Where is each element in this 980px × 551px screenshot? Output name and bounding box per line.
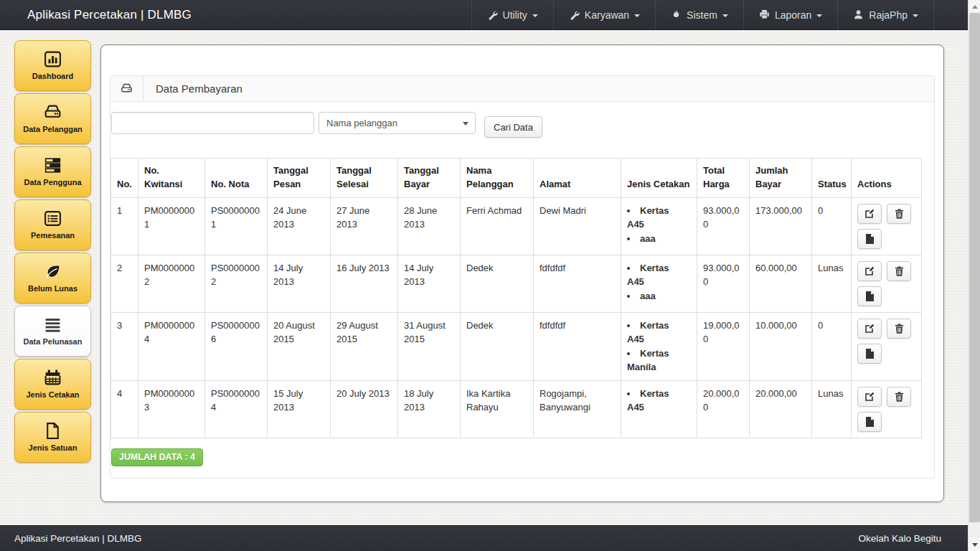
trash-icon: [895, 209, 904, 219]
jenis-cetakan-item: aaa: [627, 289, 691, 303]
edit-icon: [864, 324, 875, 334]
col-header-alamat: Alamat: [534, 159, 621, 198]
col-header-jumlah-bayar: Jumlah Bayar: [750, 159, 812, 198]
sidebar-item-label: Jenis Satuan: [29, 443, 77, 452]
col-header-actions: Actions: [852, 159, 922, 198]
cell-bayar: 31 August 2015: [398, 312, 461, 380]
nav-menu: Utility Karyawan Sistem Laporan RajaPhp: [471, 0, 934, 30]
sidebar-item-jenis-cetakan[interactable]: Jenis Cetakan: [14, 359, 91, 410]
sidebar-item-data-pelunasan[interactable]: Data Pelunasan: [14, 306, 91, 357]
cell-selesai: 20 July 2013: [331, 380, 398, 438]
footer: Aplikasi Percetakan | DLMBG Okelah Kalo …: [0, 525, 980, 551]
selected-option-label: Nama pelanggan: [326, 118, 397, 128]
tasks-icon: [44, 156, 62, 174]
jenis-cetakan-item: Kertas A45: [627, 319, 691, 347]
hdd-icon: [44, 103, 62, 121]
cell-nota: PS00000002: [205, 255, 268, 312]
edit-icon: [864, 392, 875, 402]
file-button[interactable]: [857, 229, 882, 249]
nav-item-label: Utility: [503, 9, 527, 21]
nav-item-user-rajaphp[interactable]: RajaPhp: [837, 0, 934, 30]
sidebar-item-data-pelanggan[interactable]: Data Pelanggan: [14, 93, 91, 144]
edit-button[interactable]: [857, 204, 882, 224]
table-row: 2PM00000002PS0000000214 July 201316 July…: [111, 255, 922, 312]
cell-total: 93.000,00: [697, 255, 750, 312]
leaf-icon: [44, 263, 62, 281]
app-brand[interactable]: Aplikasi Percetakan | DLMBG: [0, 8, 192, 22]
sidebar-item-label: Belum Lunas: [28, 284, 77, 293]
table-header-row: No. No. Kwitansi No. Nota Tanggal Pesan …: [111, 159, 922, 198]
cell-total: 19.000,00: [697, 312, 750, 380]
col-header-nota: No. Nota: [205, 159, 268, 198]
table-row: 3PM00000004PS0000000620 August 201529 Au…: [111, 312, 922, 380]
cell-kwitansi: PM00000004: [138, 312, 205, 380]
col-header-nama-pelanggan: Nama Pelanggan: [461, 159, 534, 198]
panel-title: Data Pembayaran: [143, 83, 242, 95]
edit-button[interactable]: [857, 261, 882, 281]
edit-button[interactable]: [857, 319, 882, 339]
scroll-down-button[interactable]: [969, 538, 980, 551]
payments-table-body: 1PM00000001PS0000000124 June 201327 June…: [111, 197, 922, 438]
cell-bayar: 14 July 2013: [398, 255, 461, 312]
sidebar-item-belum-lunas[interactable]: Belum Lunas: [14, 253, 91, 303]
edit-icon: [864, 209, 875, 219]
sidebar-item-data-pengguna[interactable]: Data Pengguna: [14, 146, 91, 197]
nav-item-utility[interactable]: Utility: [471, 0, 553, 30]
scroll-up-button[interactable]: [969, 0, 980, 13]
file-button[interactable]: [857, 412, 882, 432]
jenis-cetakan-item: Kertas A45: [627, 261, 691, 289]
cell-bayar: 28 June 2013: [398, 197, 461, 255]
user-icon: [853, 9, 864, 20]
search-input[interactable]: [111, 112, 314, 134]
edit-icon: [864, 266, 875, 276]
cell-actions: [852, 380, 922, 438]
nav-item-karyawan[interactable]: Karyawan: [553, 0, 655, 30]
arrow-down-icon: [972, 543, 978, 547]
nav-item-sistem[interactable]: Sistem: [655, 0, 743, 30]
caret-down-icon: [816, 14, 822, 17]
cell-actions: [852, 197, 922, 255]
wrench-icon: [487, 9, 498, 20]
sidebar-item-pemesanan[interactable]: Pemesanan: [14, 199, 91, 250]
table-row: 4PM00000003PS0000000415 July 201320 July…: [111, 380, 922, 438]
row-actions: [857, 261, 913, 306]
cell-actions: [852, 255, 922, 312]
delete-button[interactable]: [887, 319, 911, 339]
edit-button[interactable]: [857, 387, 882, 407]
sidebar-item-label: Jenis Cetakan: [27, 390, 80, 399]
cell-total: 20.000,00: [697, 380, 750, 438]
cell-kwitansi: PM00000003: [138, 380, 205, 438]
scrollbar-thumb[interactable]: [969, 13, 980, 522]
caret-down-icon: [722, 14, 728, 17]
sidebar-item-dashboard[interactable]: Dashboard: [14, 40, 91, 91]
trash-icon: [895, 324, 904, 334]
fire-icon: [671, 9, 682, 20]
cari-data-button[interactable]: Cari Data: [484, 116, 542, 138]
delete-button[interactable]: [887, 387, 911, 407]
sidebar-item-jenis-satuan[interactable]: Jenis Satuan: [14, 412, 91, 463]
file-icon: [865, 291, 874, 301]
file-button[interactable]: [857, 344, 882, 364]
cell-pelanggan: Dedek: [461, 255, 534, 312]
cell-nota: PS00000001: [205, 197, 268, 255]
jenis-cetakan-item: Kertas A45: [627, 387, 691, 415]
jenis-cetakan-list: Kertas A45Kertas Manila: [627, 319, 691, 375]
col-header-tanggal-selesai: Tanggal Selesai: [331, 159, 398, 198]
col-header-kwitansi: No. Kwitansi: [138, 159, 205, 198]
cell-status: 0: [812, 312, 852, 380]
cell-alamat: Dewi Madri: [534, 197, 621, 255]
caret-down-icon: [634, 14, 640, 17]
nav-item-laporan[interactable]: Laporan: [743, 0, 837, 30]
cell-pesan: 24 June 2013: [268, 197, 331, 255]
file-button[interactable]: [857, 286, 882, 306]
delete-button[interactable]: [887, 204, 911, 224]
delete-button[interactable]: [887, 261, 911, 281]
jenis-cetakan-item: aaa: [627, 232, 691, 246]
nav-item-label: RajaPhp: [869, 9, 908, 21]
payments-table: No. No. Kwitansi No. Nota Tanggal Pesan …: [110, 158, 922, 438]
search-filter-select[interactable]: Nama pelanggan: [319, 112, 476, 134]
cell-jumlah: 60.000,00: [750, 255, 812, 312]
row-count-badge: JUMLAH DATA : 4: [111, 448, 203, 466]
cell-no: 4: [111, 380, 138, 438]
row-actions: [857, 204, 913, 249]
